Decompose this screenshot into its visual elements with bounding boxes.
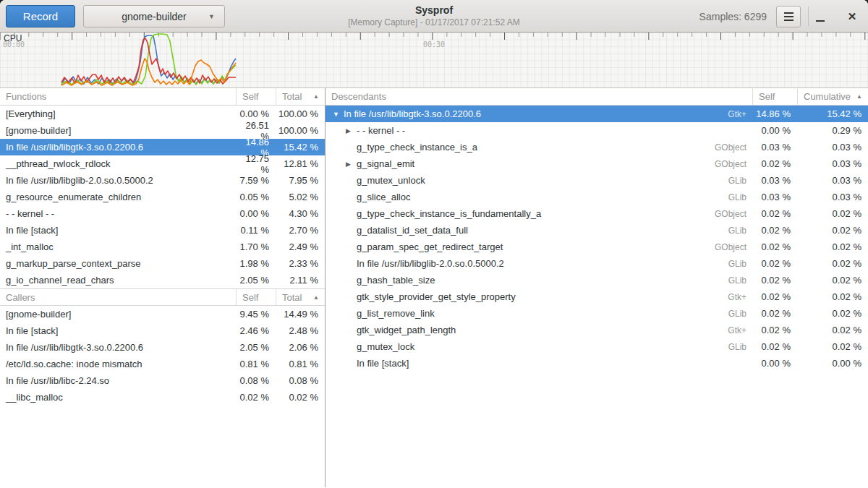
table-row[interactable]: [Everything]0.00 %100.00 % (0, 106, 325, 122)
table-row[interactable]: In file /usr/lib/libgtk-3.so.0.2200.62.0… (0, 339, 325, 356)
function-name-cell: ▶- - kernel - - (326, 125, 752, 136)
total-percent: 15.42 % (276, 142, 325, 153)
table-row[interactable]: g_datalist_id_set_data_fullGLib0.02 %0.0… (326, 222, 868, 239)
self-percent: 0.02 % (752, 208, 797, 219)
time-axis-label: 00:00 (3, 40, 25, 48)
table-row[interactable]: In file [stack]2.46 %2.48 % (0, 322, 325, 339)
function-name-cell: g_list_remove_linkGLib (326, 308, 752, 319)
total-percent: 2.48 % (276, 325, 325, 336)
category-tag: GLib (728, 275, 752, 286)
function-name-cell: g_param_spec_get_redirect_targetGObject (326, 241, 752, 252)
total-percent: 2.11 % (276, 275, 325, 286)
descendants-column-header[interactable]: Descendants (326, 88, 752, 105)
self-percent: 0.00 % (752, 358, 797, 369)
process-selector-dropdown[interactable]: gnome-builder ▼ (83, 5, 225, 27)
function-name-cell: gtk_widget_path_lengthGtk+ (326, 325, 752, 335)
category-tag: GLib (728, 176, 752, 186)
self-percent: 0.02 % (752, 241, 797, 252)
table-row[interactable]: g_mutex_lockGLib0.02 %0.02 % (326, 338, 868, 355)
table-row[interactable]: gtk_style_provider_get_style_propertyGtk… (326, 288, 868, 305)
expander-closed-icon[interactable]: ▶ (344, 127, 357, 134)
table-row[interactable]: ▼In file /usr/lib/libgtk-3.so.0.2200.6Gt… (326, 106, 868, 122)
table-row[interactable]: g_hash_table_sizeGLib0.02 %0.02 % (326, 272, 868, 288)
category-tag: GObject (715, 142, 752, 153)
self-percent: 0.08 % (236, 375, 276, 386)
callers-column-header[interactable]: Callers (0, 289, 236, 305)
cpu-graph[interactable]: CPU 00:0000:30 (0, 33, 868, 88)
table-row[interactable]: g_list_remove_linkGLib0.02 %0.02 % (326, 305, 868, 322)
self-percent: 0.03 % (752, 192, 797, 202)
self-percent: 14.86 % (752, 108, 797, 119)
function-name: gtk_style_provider_get_style_property (357, 291, 516, 302)
descendants-self-column-header[interactable]: Self (752, 88, 797, 105)
callers-table: [gnome-builder]9.45 %14.49 %In file [sta… (0, 306, 325, 406)
function-name: In file /usr/lib/libgtk-3.so.0.2200.6 (344, 108, 481, 119)
table-row[interactable]: In file /usr/lib/libglib-2.0.so.0.5000.2… (326, 255, 868, 272)
function-name-cell: g_hash_table_sizeGLib (326, 275, 752, 286)
table-row[interactable]: g_param_spec_get_redirect_targetGObject0… (326, 239, 868, 255)
self-percent: 0.11 % (236, 225, 276, 236)
table-row[interactable]: [gnome-builder]9.45 %14.49 % (0, 306, 325, 322)
callers-total-column-header[interactable]: Total▲ (276, 289, 325, 305)
table-row[interactable]: g_markup_parse_context_parse1.98 %2.33 % (0, 255, 325, 272)
function-name: /etc/ld.so.cache: inode mismatch (0, 359, 236, 369)
table-row[interactable]: - - kernel - -0.00 %4.30 % (0, 205, 325, 222)
hamburger-menu-button[interactable] (776, 6, 801, 27)
functions-column-header[interactable]: Functions (0, 88, 236, 105)
descendants-table-header: Descendants Self Cumulative▲ (326, 88, 868, 106)
function-name-cell: g_mutex_lockGLib (326, 341, 752, 352)
function-name: In file /usr/lib/libglib-2.0.so.0.5000.2 (357, 258, 504, 269)
function-name: In file /usr/lib/libglib-2.0.so.0.5000.2 (0, 175, 236, 186)
function-name: In file /usr/lib/libc-2.24.so (0, 375, 236, 386)
function-name: [gnome-builder] (0, 125, 236, 136)
time-axis-label: 00:30 (423, 40, 445, 48)
callers-self-column-header[interactable]: Self (236, 289, 276, 305)
table-row[interactable]: g_type_check_instance_is_fundamentally_a… (326, 205, 868, 222)
table-row[interactable]: [gnome-builder]26.51 %100.00 % (0, 122, 325, 139)
table-row[interactable]: /etc/ld.so.cache: inode mismatch0.81 %0.… (0, 356, 325, 372)
close-button[interactable]: ✕ (843, 9, 861, 25)
table-row[interactable]: gtk_widget_path_lengthGtk+0.02 %0.02 % (326, 322, 868, 338)
minimize-button[interactable] (812, 9, 829, 25)
expander-closed-icon[interactable]: ▶ (344, 160, 357, 168)
descendants-cumulative-column-header[interactable]: Cumulative▲ (797, 88, 868, 105)
table-row[interactable]: __pthread_rwlock_rdlock12.75 %12.81 % (0, 155, 325, 172)
function-name-cell: g_type_check_instance_is_aGObject (326, 142, 752, 153)
table-row[interactable]: g_io_channel_read_chars2.05 %2.11 % (0, 272, 325, 288)
table-row[interactable]: In file /usr/lib/libc-2.24.so0.08 %0.08 … (0, 372, 325, 389)
category-tag: GObject (715, 242, 752, 252)
table-row[interactable]: In file /usr/lib/libgtk-3.so.0.2200.614.… (0, 139, 325, 155)
functions-self-column-header[interactable]: Self (236, 88, 276, 105)
function-name-cell: g_slice_allocGLib (326, 192, 752, 202)
category-tag: Gtk+ (728, 292, 752, 302)
self-percent: 0.02 % (752, 225, 797, 236)
self-percent: 2.05 % (236, 275, 276, 286)
table-row[interactable]: In file [stack]0.00 %0.00 % (326, 355, 868, 372)
function-name: In file [stack] (0, 225, 236, 236)
self-percent: 0.02 % (236, 392, 276, 403)
function-name: In file [stack] (0, 325, 236, 336)
table-row[interactable]: ▶- - kernel - -0.00 %0.29 % (326, 122, 868, 139)
self-percent: 0.05 % (236, 192, 276, 202)
table-row[interactable]: g_mutex_unlockGLib0.03 %0.03 % (326, 172, 868, 189)
function-name: g_param_spec_get_redirect_target (357, 241, 503, 252)
self-percent: 12.75 % (236, 153, 276, 175)
category-tag: GObject (715, 159, 752, 169)
self-percent: 0.00 % (236, 108, 276, 119)
table-row[interactable]: In file /usr/lib/libglib-2.0.so.0.5000.2… (0, 172, 325, 189)
hamburger-icon (784, 12, 793, 14)
table-row[interactable]: __libc_malloc0.02 %0.02 % (0, 389, 325, 406)
table-row[interactable]: _int_malloc1.70 %2.49 % (0, 239, 325, 255)
record-button[interactable]: Record (6, 5, 75, 27)
table-row[interactable]: ▶g_signal_emitGObject0.02 %0.03 % (326, 155, 868, 172)
functions-total-column-header[interactable]: Total▲ (276, 88, 325, 105)
function-name: In file /usr/lib/libgtk-3.so.0.2200.6 (0, 342, 236, 353)
table-row[interactable]: g_resource_enumerate_children0.05 %5.02 … (0, 189, 325, 205)
table-row[interactable]: g_slice_allocGLib0.03 %0.03 % (326, 189, 868, 205)
total-percent: 100.00 % (276, 125, 325, 136)
expander-open-icon[interactable]: ▼ (331, 111, 344, 118)
table-row[interactable]: g_type_check_instance_is_aGObject0.03 %0… (326, 139, 868, 155)
function-name-cell: g_mutex_unlockGLib (326, 175, 752, 186)
self-percent: 2.46 % (236, 325, 276, 336)
table-row[interactable]: In file [stack]0.11 %2.70 % (0, 222, 325, 239)
